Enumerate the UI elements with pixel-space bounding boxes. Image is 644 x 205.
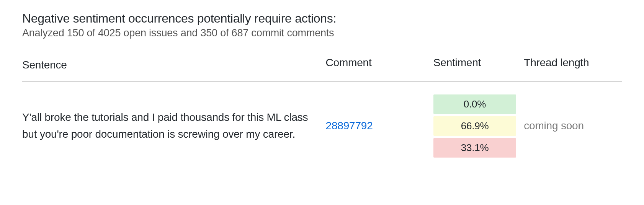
sentiment-negative-badge: 33.1% [433, 138, 516, 158]
page-title: Negative sentiment occurrences potential… [22, 11, 622, 26]
table-header-row: Sentence Comment Sentiment Thread length [22, 53, 622, 82]
table-row: Y'all broke the tutorials and I paid tho… [22, 82, 622, 161]
col-header-thread-length: Thread length [524, 53, 622, 82]
page-subtitle: Analyzed 150 of 4025 open issues and 350… [22, 27, 622, 39]
comment-link[interactable]: 28897792 [326, 120, 373, 132]
sentiment-neutral-badge: 66.9% [433, 116, 516, 136]
cell-sentence: Y'all broke the tutorials and I paid tho… [22, 82, 326, 161]
col-header-comment: Comment [326, 53, 433, 82]
cell-sentiment: 0.0% 66.9% 33.1% [433, 82, 524, 161]
col-header-sentence: Sentence [22, 53, 326, 82]
sentiment-stack: 0.0% 66.9% 33.1% [433, 94, 516, 158]
cell-comment: 28897792 [326, 82, 433, 161]
col-header-sentiment: Sentiment [433, 53, 524, 82]
thread-length-value: coming soon [524, 120, 584, 132]
sentiment-positive-badge: 0.0% [433, 94, 516, 114]
cell-thread-length: coming soon [524, 82, 622, 161]
sentiment-table: Sentence Comment Sentiment Thread length… [22, 53, 622, 161]
